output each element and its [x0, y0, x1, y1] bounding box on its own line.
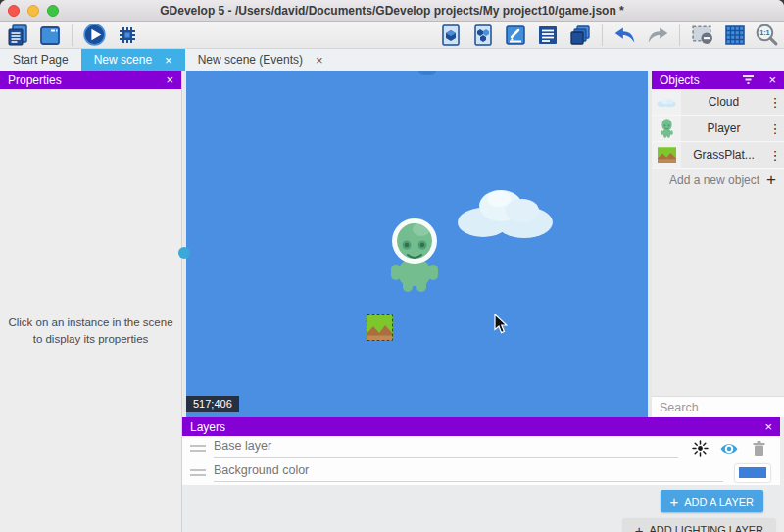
- add-object-button[interactable]: Add a new object +: [652, 169, 784, 192]
- object-row-grassplatform[interactable]: GrassPlat... ⋮: [652, 142, 784, 169]
- plus-icon: +: [766, 170, 776, 190]
- zoom-original-icon[interactable]: 1:1: [754, 23, 780, 48]
- tab-label: Start Page: [13, 53, 69, 67]
- tab-label: New scene (Events): [198, 53, 303, 67]
- mouse-cursor: [493, 314, 508, 334]
- gdevelop-window: GDevelop 5 - /Users/david/Documents/GDev…: [0, 0, 784, 532]
- object-row-player[interactable]: Player ⋮: [652, 116, 784, 142]
- grass-thumbnail-icon: [652, 142, 681, 168]
- add-layer-button[interactable]: + ADD A LAYER: [661, 490, 763, 512]
- svg-text:1:1: 1:1: [760, 28, 770, 37]
- add-object-label: Add a new object: [669, 173, 766, 187]
- window-title: GDevelop 5 - /Users/david/Documents/GDev…: [0, 4, 784, 18]
- plus-icon: +: [635, 522, 644, 532]
- toolbar-separator: [679, 24, 680, 46]
- object-menu-icon[interactable]: ⋮: [766, 148, 784, 163]
- objects-panel-header: Objects ×: [652, 71, 784, 89]
- object-search-bar: [652, 396, 784, 417]
- main-toolbar: 1:1: [0, 22, 784, 49]
- background-color-swatch[interactable]: [735, 464, 770, 482]
- close-tab-icon[interactable]: ×: [316, 54, 323, 67]
- tab-new-scene[interactable]: New scene ×: [81, 49, 185, 71]
- layers-panel-title: Layers: [190, 420, 764, 434]
- layer-delete-trash-icon[interactable]: [749, 439, 768, 459]
- layer-effects-icon[interactable]: [690, 439, 710, 459]
- start-page-icon[interactable]: [36, 23, 63, 48]
- layers-editor-icon[interactable]: [566, 23, 593, 48]
- objects-panel-title: Objects: [660, 73, 742, 87]
- scene-canvas[interactable]: 517;406: [186, 71, 648, 417]
- drag-handle-icon[interactable]: [190, 469, 206, 476]
- search-input[interactable]: [652, 401, 784, 414]
- plus-icon: +: [670, 493, 679, 509]
- object-menu-icon[interactable]: ⋮: [766, 95, 784, 110]
- fullscreen-window-button[interactable]: [47, 5, 59, 17]
- close-icon[interactable]: ×: [764, 420, 772, 433]
- properties-panel-header: Properties ×: [0, 71, 181, 89]
- instances-list-icon[interactable]: [534, 23, 561, 48]
- redo-icon[interactable]: [644, 23, 670, 48]
- properties-panel-title: Properties: [8, 73, 166, 87]
- object-name: GrassPlat...: [681, 148, 766, 162]
- tab-label: New scene: [94, 53, 152, 67]
- add-lighting-layer-button[interactable]: + ADD LIGHTING LAYER: [623, 518, 775, 532]
- close-window-button[interactable]: [8, 5, 20, 17]
- properties-panel: Properties × Click on an instance in the…: [0, 71, 182, 532]
- objects-panel: Objects × Cloud ⋮ Player ⋮ GrassPlat...: [652, 71, 784, 417]
- player-thumbnail-icon: [652, 116, 681, 141]
- grass-platform-instance[interactable]: [367, 314, 393, 341]
- toolbar-separator: [72, 24, 73, 46]
- tab-new-scene-events[interactable]: New scene (Events) ×: [185, 49, 336, 71]
- close-icon[interactable]: ×: [768, 73, 776, 86]
- tab-bar: Start Page New scene × New scene (Events…: [0, 49, 784, 71]
- object-row-cloud[interactable]: Cloud ⋮: [652, 89, 784, 116]
- toolbar-left-group: [4, 23, 140, 48]
- toolbar-right-group: 1:1: [437, 23, 780, 48]
- toggle-grid-icon[interactable]: [721, 23, 748, 48]
- toolbar-separator: [602, 24, 603, 46]
- objects-editor-icon[interactable]: [437, 23, 464, 48]
- object-name: Cloud: [681, 95, 766, 109]
- layer-row-background-color[interactable]: Background color: [182, 460, 780, 485]
- splitter-drag-dot[interactable]: [178, 247, 190, 259]
- minimize-window-button[interactable]: [27, 5, 39, 17]
- debug-icon[interactable]: [114, 23, 140, 48]
- toggle-mask-icon[interactable]: [689, 23, 715, 48]
- layer-name-field[interactable]: Background color: [214, 463, 723, 482]
- tab-start-page[interactable]: Start Page: [0, 49, 81, 71]
- close-icon[interactable]: ×: [166, 73, 173, 86]
- cursor-coordinates-badge: 517;406: [186, 396, 239, 412]
- cloud-instance[interactable]: [456, 185, 554, 239]
- preview-play-icon[interactable]: [81, 23, 108, 48]
- object-menu-icon[interactable]: ⋮: [766, 121, 784, 136]
- add-lighting-layer-label: ADD LIGHTING LAYER: [649, 524, 763, 532]
- titlebar: GDevelop 5 - /Users/david/Documents/GDev…: [0, 0, 784, 22]
- close-tab-icon[interactable]: ×: [165, 54, 172, 67]
- layers-panel: Layers × Base layer Background color: [182, 417, 780, 532]
- project-manager-icon[interactable]: [4, 23, 30, 48]
- object-name: Player: [681, 121, 766, 135]
- cloud-thumbnail-icon: [652, 89, 681, 115]
- scene-properties-icon[interactable]: [502, 23, 528, 48]
- object-groups-editor-icon[interactable]: [469, 23, 496, 48]
- layer-visibility-eye-icon[interactable]: [719, 439, 739, 459]
- drag-handle-icon[interactable]: [190, 445, 206, 452]
- properties-empty-message: Click on an instance in the scene to dis…: [0, 314, 181, 349]
- layer-row-base[interactable]: Base layer: [182, 436, 780, 460]
- selection-ring[interactable]: [392, 218, 437, 264]
- layer-name-field[interactable]: Base layer: [214, 439, 678, 458]
- filter-icon[interactable]: [742, 74, 755, 85]
- splitter-handle[interactable]: [418, 71, 436, 75]
- undo-icon[interactable]: [612, 23, 638, 48]
- layers-panel-header: Layers ×: [182, 417, 780, 436]
- add-layer-label: ADD A LAYER: [684, 496, 754, 508]
- traffic-lights: [8, 5, 59, 17]
